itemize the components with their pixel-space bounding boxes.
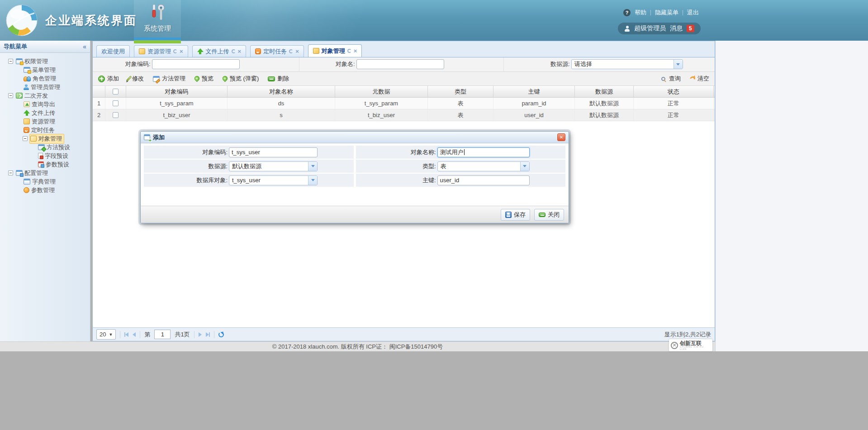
page-size-select[interactable]: 20 ▼ <box>96 329 116 340</box>
toolbar-button-删除[interactable]: 删除 <box>268 75 289 83</box>
records-info: 显示1到2,共2记录 <box>664 331 711 339</box>
tab-close-icon[interactable] <box>295 49 299 54</box>
tab-refresh-icon[interactable] <box>347 49 351 53</box>
field-combobox[interactable]: t_sys_user <box>229 175 318 185</box>
sidebar-item-权限管理[interactable]: 权限管理 <box>0 57 90 66</box>
toolbar-button-方法管理[interactable]: 方法管理 <box>153 75 185 83</box>
tab-refresh-icon[interactable] <box>173 49 177 53</box>
table-row[interactable]: 1t_sys_paramdst_sys_param表param_id默认数据源正… <box>93 98 715 109</box>
save-button[interactable]: 保存 <box>501 209 530 221</box>
close-minus-icon <box>539 213 545 217</box>
user-icon <box>624 26 630 32</box>
right-empty-area <box>715 41 868 351</box>
object-name-input[interactable] <box>356 59 444 69</box>
tab-对象管理[interactable]: 对象管理 <box>308 44 362 57</box>
column-header: 状态 <box>634 86 714 97</box>
table-cell: 正常 <box>634 109 714 121</box>
sidebar-item-二次开发[interactable]: 二次开发 <box>0 91 90 100</box>
dropdown-button[interactable] <box>308 176 317 185</box>
messages-link[interactable]: 消息 <box>670 24 683 33</box>
toolbar-button-修改[interactable]: 修改 <box>128 75 144 83</box>
filter-datasource: 数据源: 请选择 <box>550 59 683 69</box>
tab-close-icon[interactable] <box>238 49 242 54</box>
sidebar-item-菜单管理[interactable]: 菜单管理 <box>0 66 90 74</box>
user-info-pill: 超级管理员 消息 5 <box>618 23 701 34</box>
toolbar-button-预览[interactable]: 预览 <box>194 75 213 83</box>
toolbar-button-预览 (弹窗)[interactable]: 预览 (弹窗) <box>223 75 259 83</box>
logout-link[interactable]: 退出 <box>687 9 699 17</box>
field-input[interactable]: 测试用户 <box>437 147 530 157</box>
row-checkbox[interactable] <box>113 100 119 106</box>
help-link[interactable]: 帮助 <box>635 9 646 17</box>
save-button-label: 保存 <box>514 211 526 219</box>
sidebar-item-方法预设[interactable]: 方法预设 <box>0 143 90 151</box>
sidebar-item-对象管理[interactable]: 对象管理 <box>0 134 90 143</box>
next-page-button[interactable] <box>199 332 202 337</box>
page-number-input[interactable] <box>154 330 171 339</box>
dialog-close-icon[interactable] <box>557 133 565 141</box>
sidebar-item-管理员管理[interactable]: 管理员管理 <box>0 83 90 91</box>
prev-page-button[interactable] <box>133 332 136 337</box>
toolbar-button-查询[interactable]: 查询 <box>661 75 681 83</box>
watermark-name: 创新互联 <box>680 340 711 346</box>
object-code-input[interactable] <box>152 59 240 69</box>
field-input[interactable]: user_id <box>437 175 530 185</box>
tab-refresh-icon[interactable] <box>289 49 293 53</box>
tree-expander-icon[interactable] <box>8 170 13 175</box>
last-page-button[interactable] <box>206 332 210 337</box>
add-dialog: 添加 对象编码:t_sys_user对象名称:测试用户数据源:默认数据源类型:表… <box>140 131 569 223</box>
chevron-down-icon <box>676 63 680 66</box>
tab-文件上传[interactable]: 文件上传 <box>192 45 247 57</box>
sidebar-item-配置管理[interactable]: 配置管理 <box>0 169 90 177</box>
tab-资源管理[interactable]: 资源管理 <box>134 45 188 57</box>
tab-refresh-icon[interactable] <box>232 49 236 53</box>
toolbar-button-添加[interactable]: 添加 <box>98 75 119 83</box>
sidebar-item-字段预设[interactable]: 字段预设 <box>0 151 90 160</box>
sidebar-item-定时任务[interactable]: 定时任务 <box>0 126 90 134</box>
field-input[interactable]: t_sys_user <box>229 147 318 157</box>
param-cal-icon <box>38 161 44 167</box>
tab-定时任务[interactable]: 定时任务 <box>250 45 304 57</box>
sidebar-item-文件上传[interactable]: 文件上传 <box>0 109 90 117</box>
filter-object-code: 对象编码: <box>125 59 240 69</box>
tree-node-label: 参数预设 <box>46 161 69 169</box>
app-logo-icon <box>5 3 39 39</box>
tab-close-icon[interactable] <box>180 49 183 54</box>
tab-close-icon[interactable] <box>354 49 357 53</box>
watermark-subtext: CHUANG XIN HU LIAN <box>680 346 711 350</box>
sidebar-item-参数预设[interactable]: 参数预设 <box>0 160 90 169</box>
refresh-icon[interactable] <box>218 332 224 337</box>
datasource-select[interactable]: 请选择 <box>571 59 683 69</box>
dropdown-button[interactable] <box>308 162 317 171</box>
tab-欢迎使用[interactable]: 欢迎使用 <box>96 45 130 57</box>
sidebar-item-参数管理[interactable]: 参数管理 <box>0 186 90 194</box>
tree-expander-icon[interactable] <box>8 93 13 98</box>
menu-item-label: 系统管理 <box>144 24 171 33</box>
toolbar-left-group: 添加修改方法管理预览预览 (弹窗)删除 <box>98 75 289 83</box>
field-combobox[interactable]: 表 <box>437 161 530 171</box>
first-page-button[interactable] <box>124 332 128 337</box>
select-all-checkbox[interactable] <box>113 89 119 95</box>
collapse-sidebar-icon[interactable]: « <box>83 43 86 50</box>
field-combobox[interactable]: 默认数据源 <box>229 161 318 171</box>
close-button[interactable]: 关闭 <box>534 209 564 221</box>
combobox-value: 表 <box>438 162 520 170</box>
row-checkbox[interactable] <box>113 112 119 118</box>
toolbar-button-清空[interactable]: 清空 <box>690 75 709 83</box>
table-row[interactable]: 2t_biz_userst_biz_user表user_id默认数据源正常 <box>93 109 715 121</box>
dropdown-button[interactable] <box>674 60 683 69</box>
menu-item-system-management[interactable]: 系统管理 <box>134 0 181 43</box>
sidebar-item-角色管理[interactable]: 角色管理 <box>0 74 90 83</box>
hide-menu-link[interactable]: 隐藏菜单 <box>655 9 678 17</box>
sidebar-item-字典管理[interactable]: 字典管理 <box>0 177 90 186</box>
toolbar: 添加修改方法管理预览预览 (弹窗)删除 查询清空 <box>93 72 715 86</box>
row-number-cell: 2 <box>93 109 105 121</box>
tree-expander-icon[interactable] <box>8 59 13 64</box>
dropdown-button[interactable] <box>520 162 529 171</box>
tree-expander-icon[interactable] <box>23 136 28 141</box>
user-icon <box>24 84 29 90</box>
sidebar-item-资源管理[interactable]: 资源管理 <box>0 117 90 126</box>
message-count-badge[interactable]: 5 <box>687 25 694 32</box>
sidebar-item-查询导出[interactable]: 查询导出 <box>0 100 90 109</box>
sidebar-title: 导航菜单 <box>4 43 27 51</box>
